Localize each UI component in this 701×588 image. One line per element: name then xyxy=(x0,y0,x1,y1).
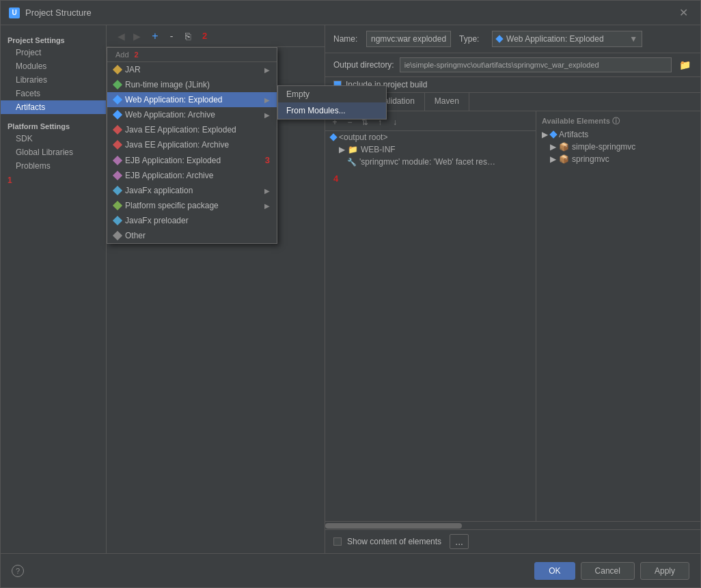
horizontal-scrollbar[interactable] xyxy=(325,521,700,529)
web-archive-icon xyxy=(113,110,122,120)
sidebar-item-libraries[interactable]: Libraries xyxy=(1,73,106,87)
available-item-springmvc[interactable]: ▶ 📦 springmvc xyxy=(536,153,700,165)
copy-button[interactable]: ⎘ xyxy=(180,29,195,44)
browse-output-dir-button[interactable]: 📁 xyxy=(677,57,692,72)
sub-item-from-modules[interactable]: From Modules... xyxy=(278,102,386,119)
dropdown-item-javafx-preloader[interactable]: JavaFx preloader xyxy=(107,213,277,228)
tree-item-springmvc-module[interactable]: 🔧 'springmvc' module: 'Web' facet res… xyxy=(325,156,536,168)
name-label: Name: xyxy=(333,34,361,44)
help-button[interactable]: ? xyxy=(12,565,24,577)
javafx-icon xyxy=(113,186,122,195)
apply-button[interactable]: Apply xyxy=(640,562,689,580)
available-item-simple-springmvc[interactable]: ▶ 📦 simple-springmvc xyxy=(536,141,700,153)
cancel-button[interactable]: Cancel xyxy=(581,562,635,580)
tree-item-output-root[interactable]: <output root> xyxy=(325,131,536,143)
module-icon: 🔧 xyxy=(347,158,357,167)
forward-button[interactable]: ▶ xyxy=(130,29,143,43)
footer: ? OK Cancel Apply xyxy=(1,553,700,587)
output-dir-label: Output directory: xyxy=(333,60,394,70)
chevron-icon-4: ▶ xyxy=(264,187,270,195)
sidebar-item-modules[interactable]: Modules xyxy=(1,59,106,73)
tree-item-webinf[interactable]: ▶ 📁 WEB-INF xyxy=(325,143,536,156)
artifacts-icon xyxy=(549,130,557,138)
other-icon xyxy=(113,231,122,240)
jar-icon xyxy=(113,65,122,74)
folder-icon: 📁 xyxy=(348,145,358,154)
available-item-artifacts[interactable]: ▶ Artifacts xyxy=(536,128,700,141)
platform-icon xyxy=(113,201,122,210)
sub-item-empty[interactable]: Empty xyxy=(278,86,386,102)
close-button[interactable]: ✕ xyxy=(675,5,692,20)
type-row: Type: Web Application: Exploded ▼ xyxy=(459,31,642,47)
dropdown-item-javafx[interactable]: JavaFx application ▶ xyxy=(107,183,277,198)
dropdown-item-java-ee-exploded[interactable]: Java EE Application: Exploded xyxy=(107,122,277,137)
tree-area: + − ⇅ ↑ ↓ <output root> ▶ 📁 WEB-INF xyxy=(325,111,700,521)
add-dropdown-menu: Add 2 JAR ▶ Run-time image (JLink) xyxy=(107,47,277,244)
web-exploded-icon xyxy=(113,95,122,104)
javafx-preloader-icon xyxy=(113,216,122,225)
ejb-archive-icon xyxy=(113,171,122,180)
runtime-icon xyxy=(113,80,122,89)
annotation-4: 4 xyxy=(325,168,536,189)
name-row: Name: ngmvc:war exploded xyxy=(333,31,451,47)
sidebar-item-global-libraries[interactable]: Global Libraries xyxy=(1,145,106,159)
add-button[interactable]: + ↑ xyxy=(148,29,163,44)
name-value: ngmvc:war exploded xyxy=(366,31,451,47)
available-elements-label: Available Elements ⓘ xyxy=(536,114,700,128)
dropdown-item-jar[interactable]: JAR ▶ xyxy=(107,62,277,77)
dropdown-item-ejb-exploded[interactable]: EJB Application: Exploded 3 xyxy=(107,152,277,168)
output-dir-value: ie\simple-springmvc\out\artifacts\spring… xyxy=(400,57,672,72)
dropdown-item-web-app-archive[interactable]: Web Application: Archive ▶ xyxy=(107,107,277,122)
annotation-2: 2 xyxy=(202,31,207,41)
web-app-submenu: Empty From Modules... xyxy=(277,85,387,120)
ok-button[interactable]: OK xyxy=(534,562,575,580)
sidebar-item-sdk[interactable]: SDK xyxy=(1,132,106,145)
sidebar-item-artifacts[interactable]: Artifacts xyxy=(1,100,106,114)
sidebar-item-project[interactable]: Project xyxy=(1,46,106,59)
bottom-toolbar: Show content of elements ... xyxy=(325,529,700,553)
show-content-label: Show content of elements xyxy=(347,537,441,546)
type-icon xyxy=(495,35,503,42)
tab-maven[interactable]: Maven xyxy=(425,93,469,111)
dropdown-item-platform-package[interactable]: Platform specific package ▶ xyxy=(107,198,277,213)
type-dropdown-arrow: ▼ xyxy=(629,34,637,44)
project-structure-dialog: U Project Structure ✕ Project Settings P… xyxy=(0,0,701,588)
output-root-icon xyxy=(329,133,337,141)
title-bar: U Project Structure ✕ xyxy=(1,1,700,25)
type-selector[interactable]: Web Application: Exploded ▼ xyxy=(492,31,642,47)
tree-down-button[interactable]: ↓ xyxy=(388,115,402,129)
scrollbar-thumb[interactable] xyxy=(325,523,462,529)
sidebar: Project Settings Project Modules Librari… xyxy=(1,25,107,553)
java-ee-exploded-icon xyxy=(113,125,122,135)
nav-arrows: ◀ ▶ xyxy=(112,29,146,43)
dropdown-item-java-ee-archive[interactable]: Java EE Application: Archive xyxy=(107,137,277,152)
output-dir-row: Output directory: ie\simple-springmvc\ou… xyxy=(325,53,700,77)
app-icon: U xyxy=(9,8,20,18)
artifact-tree: + − ⇅ ↑ ↓ <output root> ▶ 📁 WEB-INF xyxy=(325,111,536,521)
dropdown-item-other[interactable]: Other xyxy=(107,228,277,243)
annotation-1: 1 xyxy=(1,173,106,188)
project-icon-2: 📦 xyxy=(559,154,569,164)
ejb-exploded-icon xyxy=(113,155,122,165)
annotation-3: 3 xyxy=(265,155,270,165)
available-elements-panel: Available Elements ⓘ ▶ Artifacts ▶ 📦 sim… xyxy=(536,111,700,521)
java-ee-archive-icon xyxy=(113,140,122,150)
project-icon-1: 📦 xyxy=(559,142,569,152)
sidebar-item-problems[interactable]: Problems xyxy=(1,159,106,173)
chevron-icon-3: ▶ xyxy=(264,111,270,119)
center-panel: ◀ ▶ + ↑ - ⎘ 2 xyxy=(107,25,325,553)
title-bar-left: U Project Structure xyxy=(9,8,92,18)
main-content: Project Settings Project Modules Librari… xyxy=(1,25,700,553)
dropdown-item-runtime-image[interactable]: Run-time image (JLink) xyxy=(107,77,277,92)
back-button[interactable]: ◀ xyxy=(115,29,128,43)
dropdown-item-web-app-exploded[interactable]: Web Application: Exploded ▶ xyxy=(107,92,277,107)
platform-settings-section: Platform Settings xyxy=(1,120,106,132)
chevron-icon: ▶ xyxy=(264,66,270,74)
chevron-icon-5: ▶ xyxy=(264,202,270,210)
chevron-icon-2: ▶ xyxy=(264,96,270,104)
sidebar-item-facets[interactable]: Facets xyxy=(1,87,106,100)
dropdown-item-ejb-archive[interactable]: EJB Application: Archive xyxy=(107,168,277,183)
more-button[interactable]: ... xyxy=(450,534,469,549)
show-content-checkbox[interactable] xyxy=(333,537,342,546)
remove-button[interactable]: - xyxy=(164,29,179,44)
